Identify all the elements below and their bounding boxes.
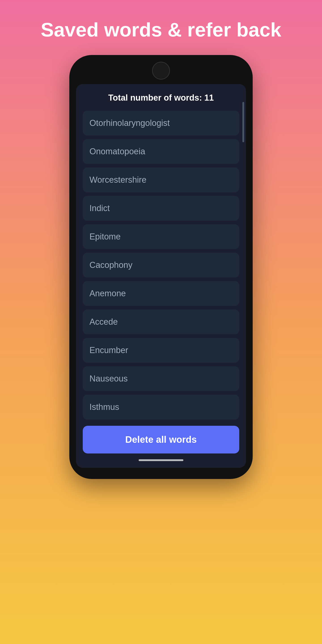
word-item-10[interactable]: Nauseous [83, 366, 239, 391]
word-text-8: Accede [90, 317, 118, 326]
home-indicator [139, 459, 183, 461]
word-item-9[interactable]: Encumber [83, 338, 239, 363]
word-text-5: Epitome [90, 232, 120, 241]
word-text-2: Onomatopoeia [90, 147, 145, 156]
word-text-9: Encumber [90, 346, 128, 355]
phone-notch [152, 62, 170, 80]
delete-all-button[interactable]: Delete all words [83, 426, 239, 454]
total-words-label: Total number of words: 11 [108, 93, 214, 103]
word-text-10: Nauseous [90, 374, 128, 383]
phone-frame: Total number of words: 11 Otorhinolaryng… [69, 55, 253, 479]
word-text-3: Worcestershire [90, 175, 146, 184]
word-item-4[interactable]: Indict [83, 196, 239, 221]
word-text-11: Isthmus [90, 402, 119, 412]
word-item-8[interactable]: Accede [83, 310, 239, 334]
page-title: Saved words & refer back [27, 18, 295, 42]
word-item-5[interactable]: Epitome [83, 224, 239, 249]
word-item-11[interactable]: Isthmus [83, 395, 239, 420]
word-item-7[interactable]: Anemone [83, 281, 239, 306]
word-item-2[interactable]: Onomatopoeia [83, 139, 239, 164]
word-item-1[interactable]: Otorhinolaryngologist [83, 111, 239, 136]
word-text-4: Indict [90, 204, 110, 213]
scroll-indicator [242, 102, 244, 142]
word-item-6[interactable]: Cacophony [83, 253, 239, 278]
word-text-6: Cacophony [90, 260, 132, 270]
word-item-3[interactable]: Worcestershire [83, 168, 239, 192]
words-list: Otorhinolaryngologist Onomatopoeia Worce… [83, 111, 239, 420]
word-text-7: Anemone [90, 289, 126, 298]
word-text-1: Otorhinolaryngologist [90, 118, 170, 128]
phone-screen: Total number of words: 11 Otorhinolaryng… [76, 84, 246, 468]
